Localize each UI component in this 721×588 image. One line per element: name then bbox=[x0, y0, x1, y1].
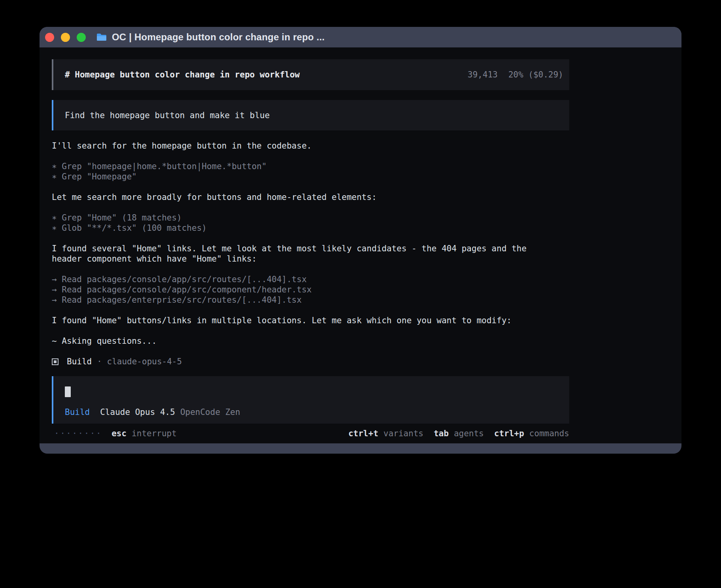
terminal-body: # Homepage button color change in repo w… bbox=[40, 47, 681, 443]
status-bar: ········ esc interrupt ctrl+tvariantstab… bbox=[52, 428, 569, 439]
input-provider-label: OpenCode Zen bbox=[180, 407, 240, 417]
shortcut-label: commands bbox=[529, 428, 569, 439]
zoom-button[interactable] bbox=[77, 33, 86, 42]
titlebar[interactable]: OC | Homepage button color change in rep… bbox=[40, 27, 681, 47]
input-mode-badge[interactable]: Build bbox=[65, 407, 90, 417]
tool-call-block: ∗ Grep "Home" (18 matches)∗ Glob "**/*.t… bbox=[52, 213, 569, 233]
assistant-text-line: Let me search more broadly for buttons a… bbox=[52, 192, 569, 202]
tool-call-line: ∗ Grep "Homepage" bbox=[52, 172, 569, 182]
tool-call-line: ∗ Grep "homepage|home.*button|Home.*butt… bbox=[52, 161, 569, 172]
close-button[interactable] bbox=[45, 33, 54, 42]
tool-call-line: → Read packages/console/app/src/routes/[… bbox=[52, 274, 569, 285]
minimize-button[interactable] bbox=[61, 33, 70, 42]
input-meta: Build Claude Opus 4.5 OpenCode Zen bbox=[65, 407, 569, 417]
tool-call-line: ∗ Glob "**/*.tsx" (100 matches) bbox=[52, 223, 569, 233]
token-count: 39,413 bbox=[468, 70, 498, 80]
agent-status-line: Build · claude-opus-4-5 bbox=[52, 356, 569, 367]
shortcut-hint: ctrl+tvariants bbox=[348, 428, 423, 439]
prompt-input[interactable]: Build Claude Opus 4.5 OpenCode Zen bbox=[52, 376, 569, 424]
progress-dots: ········ bbox=[54, 428, 102, 439]
shortcut-hint: ctrl+pcommands bbox=[494, 428, 569, 439]
assistant-text-block: I found "Home" buttons/links in multiple… bbox=[52, 315, 569, 326]
shortcut-key: ctrl+p bbox=[494, 428, 524, 439]
assistant-text-block: ~ Asking questions... bbox=[52, 336, 569, 346]
assistant-text-block: I found several "Home" links. Let me loo… bbox=[52, 243, 569, 264]
tool-call-line: → Read packages/console/app/src/componen… bbox=[52, 285, 569, 295]
assistant-text-line: I found "Home" buttons/links in multiple… bbox=[52, 315, 569, 326]
folder-icon bbox=[96, 32, 107, 42]
session-title: # Homepage button color change in repo w… bbox=[65, 70, 300, 80]
input-model-label: Claude Opus 4.5 bbox=[100, 407, 175, 417]
interrupt-label: interrupt bbox=[132, 428, 177, 439]
assistant-text-line: header component which have "Home" links… bbox=[52, 254, 569, 264]
assistant-text-line: ~ Asking questions... bbox=[52, 336, 569, 346]
assistant-text-line: I'll search for the homepage button in t… bbox=[52, 141, 569, 151]
assistant-text-block: I'll search for the homepage button in t… bbox=[52, 141, 569, 151]
conversation: I'll search for the homepage button in t… bbox=[52, 141, 569, 346]
tool-call-block: ∗ Grep "homepage|home.*button|Home.*butt… bbox=[52, 161, 569, 182]
agent-build-icon bbox=[52, 358, 59, 365]
tool-call-line: ∗ Grep "Home" (18 matches) bbox=[52, 213, 569, 223]
shortcut-label: agents bbox=[454, 428, 484, 439]
user-message: Find the homepage button and make it blu… bbox=[52, 100, 569, 130]
assistant-text-block: Let me search more broadly for buttons a… bbox=[52, 192, 569, 202]
interrupt-key: esc bbox=[111, 428, 126, 439]
window-title: OC | Homepage button color change in rep… bbox=[112, 32, 325, 43]
window-controls bbox=[45, 33, 86, 42]
tool-call-block: → Read packages/console/app/src/routes/[… bbox=[52, 274, 569, 305]
agent-name: Build bbox=[67, 356, 92, 367]
tool-call-line: → Read packages/enterprise/src/routes/[.… bbox=[52, 295, 569, 305]
statusbar-left: ········ esc interrupt bbox=[52, 428, 177, 439]
agent-model: · claude-opus-4-5 bbox=[97, 356, 182, 367]
user-message-text: Find the homepage button and make it blu… bbox=[65, 110, 270, 121]
shortcut-label: variants bbox=[383, 428, 423, 439]
assistant-text-line: I found several "Home" links. Let me loo… bbox=[52, 243, 569, 254]
context-usage: 20% ($0.29) bbox=[508, 70, 563, 80]
terminal-window: OC | Homepage button color change in rep… bbox=[40, 27, 681, 454]
session-header: # Homepage button color change in repo w… bbox=[52, 59, 569, 90]
shortcut-hint: tabagents bbox=[434, 428, 484, 439]
shortcut-key: ctrl+t bbox=[348, 428, 378, 439]
statusbar-shortcuts: ctrl+tvariantstabagentsctrl+pcommands bbox=[348, 428, 569, 439]
text-cursor bbox=[65, 386, 71, 397]
shortcut-key: tab bbox=[434, 428, 449, 439]
session-stats: 39,413 20% ($0.29) bbox=[468, 70, 563, 80]
terminal-content: # Homepage button color change in repo w… bbox=[52, 59, 569, 439]
